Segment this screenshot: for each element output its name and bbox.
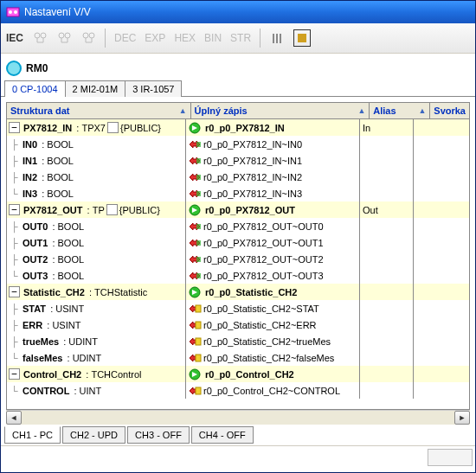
struct-icon [188,285,202,299]
var-icon [188,154,202,168]
public-checkbox[interactable] [106,204,118,215]
svg-rect-11 [196,158,201,163]
var-icon [188,302,202,316]
group-row[interactable]: −Control_CH2 : TCHControlr0_p0_Control_C… [7,366,469,382]
group-row[interactable]: −PX7812_IN : TPX7{PUBLIC}r0_p0_PX7812_IN… [7,119,469,136]
module-bar: RM0 [1,54,475,80]
group-row[interactable]: −Statistic_CH2 : TCHStatisticr0_p0_Stati… [7,284,469,300]
module-name: RM0 [26,62,48,74]
data-row[interactable]: ├OUT1 : BOOLr0_p0_PX7812_OUT~OUT1 [7,234,469,251]
dec-button[interactable]: DEC [114,32,136,44]
window-title: Nastavení V/V [24,6,91,18]
channel-tab[interactable]: CH1 - PC [4,426,61,444]
collapse-icon[interactable]: − [9,122,20,133]
struct-icon [188,368,202,381]
data-row[interactable]: └OUT3 : BOOLr0_p0_PX7812_OUT~OUT3 [7,267,469,284]
var-icon [188,269,202,283]
var-icon [188,252,202,266]
scroll-left-icon[interactable]: ◄ [6,411,22,425]
data-row[interactable]: ├IN0 : BOOLr0_p0_PX7812_IN~IN0 [7,136,469,152]
col-struktura[interactable]: Struktura dat▲ [7,103,191,118]
struct-icon [188,121,202,135]
data-row[interactable]: └falseMes : UDINTr0_p0_Statistic_CH2~fal… [7,349,469,366]
str-button[interactable]: STR [230,32,251,44]
titlebar: Nastavení V/V [1,1,475,23]
data-row[interactable]: └CONTROL : UINTr0_p0_Control_CH2~CONTROL [7,382,469,399]
app-icon [6,5,20,19]
svg-point-2 [14,10,17,14]
data-row[interactable]: └IN3 : BOOLr0_p0_PX7812_IN~IN3 [7,185,469,201]
tb-icon-2[interactable] [56,30,72,46]
tb-icon-3[interactable] [80,30,96,46]
channel-tab[interactable]: CH4 - OFF [191,426,254,444]
data-row[interactable]: ├ERR : USINTr0_p0_Statistic_CH2~ERR [7,316,469,333]
exp-button[interactable]: EXP [145,32,165,44]
hex-button[interactable]: HEX [174,32,196,44]
toolbar: IEC DEC EXP HEX BIN STR [1,23,475,54]
window: Nastavení V/V IEC DEC EXP HEX BIN STR RM… [0,0,476,473]
var-icon [188,318,202,332]
data-row[interactable]: ├OUT2 : BOOLr0_p0_PX7812_OUT~OUT2 [7,251,469,267]
module-icon [6,61,22,76]
sort-indicator-icon: ▲ [418,106,426,115]
var-icon [188,351,202,365]
sort-indicator-icon: ▲ [357,106,365,115]
svg-rect-23 [196,355,201,361]
svg-point-4 [41,33,46,38]
tb-slider-icon[interactable] [269,30,285,46]
data-row[interactable]: ├STAT : USINTr0_p0_Statistic_CH2~STAT [7,300,469,316]
data-row[interactable]: ├IN2 : BOOLr0_p0_PX7812_IN~IN2 [7,169,469,185]
public-checkbox[interactable] [107,122,119,133]
struct-icon [188,203,202,217]
svg-point-3 [35,33,40,38]
module-tab[interactable]: 0 CP-1004 [4,80,66,97]
svg-rect-13 [196,191,201,196]
iec-button[interactable]: IEC [6,32,23,44]
svg-rect-17 [196,257,201,262]
module-tab[interactable]: 2 MI2-01M [65,80,126,97]
var-icon [188,170,202,184]
data-grid[interactable]: −PX7812_IN : TPX7{PUBLIC}r0_p0_PX7812_IN… [6,119,470,410]
svg-point-8 [89,33,94,38]
collapse-icon[interactable]: − [9,204,20,215]
bottom-tabs: CH1 - PCCH2 - UPDCH3 - OFFCH4 - OFF [1,425,475,445]
svg-rect-18 [196,273,201,278]
group-row[interactable]: −PX7812_OUT : TP{PUBLIC}r0_p0_PX7812_OUT… [7,201,469,218]
channel-tab[interactable]: CH3 - OFF [127,426,190,444]
svg-point-7 [83,33,88,38]
svg-rect-12 [196,175,201,180]
var-icon [188,335,202,348]
col-zapis[interactable]: Úplný zápis▲ [191,103,370,118]
svg-rect-16 [196,240,201,246]
svg-point-5 [59,33,64,38]
channel-tab[interactable]: CH2 - UPD [62,426,125,444]
svg-rect-22 [196,338,201,345]
var-icon [188,236,202,250]
svg-rect-20 [196,305,201,312]
sort-indicator-icon: ▲ [179,106,187,115]
toolbar-sep-1 [105,29,106,48]
col-svorka[interactable]: Svorka [430,103,469,118]
svg-point-6 [65,33,70,38]
h-scrollbar[interactable]: ◄ ► [6,410,470,425]
svg-rect-15 [196,224,201,229]
module-tab[interactable]: 3 IR-1057 [125,80,182,97]
col-alias[interactable]: Alias▲ [370,103,430,118]
data-row[interactable]: ├OUT0 : BOOLr0_p0_PX7812_OUT~OUT0 [7,218,469,234]
bin-button[interactable]: BIN [204,32,222,44]
tb-icon-1[interactable] [32,30,48,46]
collapse-icon[interactable]: − [9,286,20,297]
data-row[interactable]: ├IN1 : BOOLr0_p0_PX7812_IN~IN1 [7,152,469,169]
svg-point-1 [9,10,12,14]
collapse-icon[interactable]: − [9,368,20,380]
tb-window-icon[interactable] [293,29,311,47]
status-box [428,449,473,466]
var-icon [188,384,202,398]
module-tabs: 0 CP-10042 MI2-01M3 IR-1057 [1,80,475,97]
var-icon [188,187,202,201]
column-headers: Struktura dat▲ Úplný zápis▲ Alias▲ Svork… [6,102,470,119]
var-icon [188,137,202,151]
svg-rect-25 [196,387,201,394]
scroll-right-icon[interactable]: ► [454,411,470,425]
data-row[interactable]: ├trueMes : UDINTr0_p0_Statistic_CH2~true… [7,333,469,349]
